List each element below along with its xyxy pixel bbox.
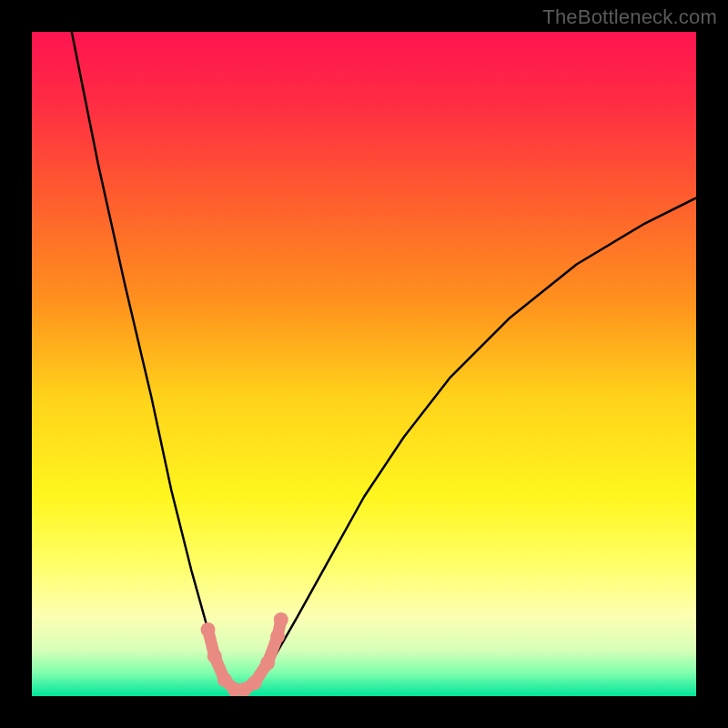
marker-dot — [260, 656, 275, 671]
marker-dot — [201, 622, 216, 637]
plot-area — [32, 32, 696, 696]
chart-frame: TheBottleneck.com — [0, 0, 728, 728]
marker-dot — [248, 675, 262, 690]
bottleneck-curve — [72, 32, 696, 693]
curve-svg — [32, 32, 696, 696]
watermark-text: TheBottleneck.com — [542, 5, 717, 29]
marker-dot — [274, 612, 288, 627]
marker-dot — [270, 629, 285, 643]
marker-dot — [207, 649, 222, 663]
